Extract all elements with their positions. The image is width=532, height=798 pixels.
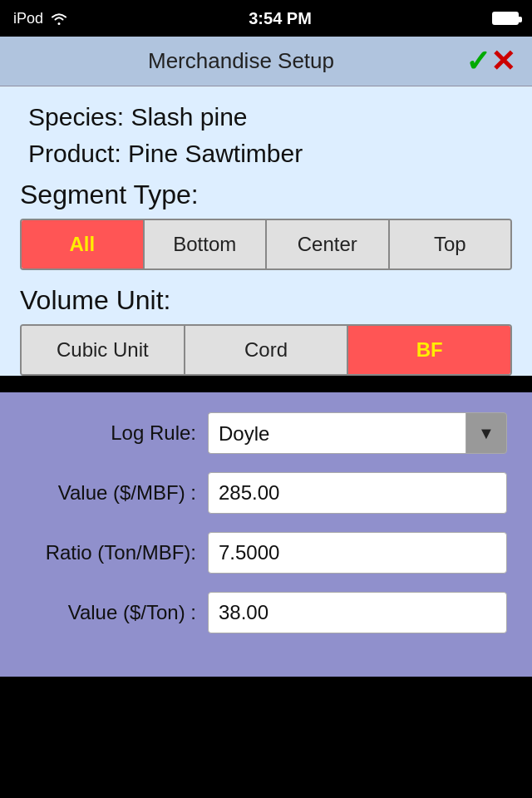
device-label: iPod <box>13 10 43 27</box>
main-content: Species: Slash pine Product: Pine Sawtim… <box>0 86 532 376</box>
value-mbf-input[interactable] <box>208 472 507 514</box>
log-rule-value[interactable]: Doyle <box>208 412 466 454</box>
confirm-button[interactable]: ✓ <box>466 47 490 76</box>
value-mbf-label: Value ($/MBF) : <box>25 481 208 505</box>
status-bar: iPod 3:54 PM <box>0 0 532 37</box>
log-rule-dropdown-wrapper: Doyle ▼ <box>208 412 507 454</box>
header-title: Merchandise Setup <box>17 48 466 74</box>
segment-btn-center[interactable]: Center <box>267 220 390 268</box>
product-row: Product: Pine Sawtimber <box>20 140 512 168</box>
log-rule-label: Log Rule: <box>25 421 208 445</box>
segment-btn-bottom[interactable]: Bottom <box>145 220 268 268</box>
value-ton-row: Value ($/Ton) : <box>25 592 507 633</box>
ratio-ton-mbf-label: Ratio (Ton/MBF): <box>25 541 208 564</box>
battery-icon <box>492 12 519 25</box>
volume-btn-bf[interactable]: BF <box>348 326 510 374</box>
product-value: Pine Sawtimber <box>128 140 303 167</box>
cancel-button[interactable]: ✕ <box>490 47 515 76</box>
lower-section: Log Rule: Doyle ▼ Value ($/MBF) : Ratio … <box>0 392 532 677</box>
ratio-ton-mbf-row: Ratio (Ton/MBF): <box>25 532 507 574</box>
segment-btn-all[interactable]: All <box>22 220 145 268</box>
header: Merchandise Setup ✓ ✕ <box>0 37 532 86</box>
status-left: iPod <box>13 10 68 27</box>
segment-type-group: All Bottom Center Top <box>20 219 512 270</box>
wifi-icon <box>50 12 68 25</box>
status-time: 3:54 PM <box>249 9 312 28</box>
species-value: Slash pine <box>131 103 247 131</box>
volume-unit-group: Cubic Unit Cord BF <box>20 324 512 376</box>
species-label: Species: <box>28 103 124 131</box>
log-rule-dropdown-arrow[interactable]: ▼ <box>466 412 507 454</box>
species-row: Species: Slash pine <box>20 103 512 131</box>
volume-btn-cord[interactable]: Cord <box>185 326 349 374</box>
value-mbf-row: Value ($/MBF) : <box>25 472 507 514</box>
value-ton-label: Value ($/Ton) : <box>25 601 208 624</box>
segment-btn-top[interactable]: Top <box>390 220 511 268</box>
product-label: Product: <box>28 140 121 167</box>
value-ton-input[interactable] <box>208 592 507 633</box>
ratio-ton-mbf-input[interactable] <box>208 532 507 574</box>
segment-type-label: Segment Type: <box>20 180 512 210</box>
status-right <box>492 12 519 25</box>
volume-unit-label: Volume Unit: <box>20 285 512 316</box>
log-rule-row: Log Rule: Doyle ▼ <box>25 412 507 454</box>
volume-btn-cubic[interactable]: Cubic Unit <box>22 326 185 374</box>
